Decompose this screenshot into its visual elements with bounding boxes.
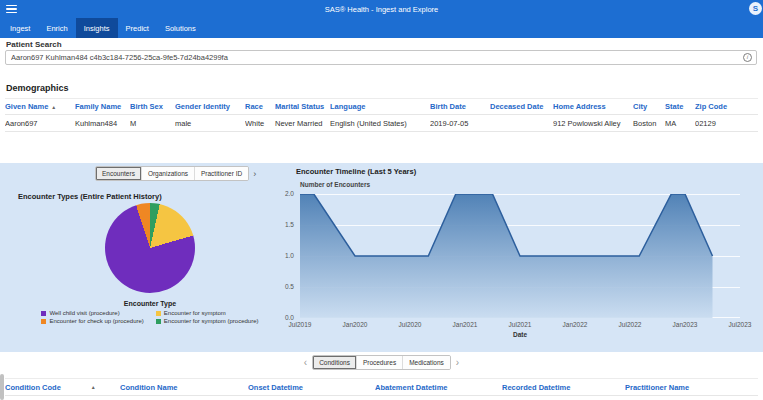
x-tick: Jan2023 [673,321,698,328]
timeline-chart [300,194,740,318]
pie-legend: Encounter Type Well child visit (procedu… [5,300,295,324]
nav-tab-enrich[interactable]: Enrich [38,18,75,38]
tab-conditions[interactable]: Conditions [313,356,357,369]
column-header-abatement-datetime[interactable]: Abatement Datetime [375,383,502,392]
cell-birth-date: 2019-07-05 [430,119,490,128]
x-tick: Jul2022 [619,321,642,328]
column-header-recorded-datetime[interactable]: Recorded Datetime [502,383,625,392]
x-tick: Jul2023 [729,321,752,328]
cell-marital-status: Never Married [275,119,330,128]
demographics-header-row: Given Name▲ Family Name Birth Sex Gender… [5,98,758,115]
timeline-y-ticks: 2.0 1.5 1.0 0.5 0.0 [270,190,296,320]
legend-swatch [41,311,46,316]
column-header-zip-code[interactable]: Zip Code [695,102,753,111]
legend-item-encounter-symptom-procedure: Encounter for symptom (procedure) [156,318,259,324]
nav-tab-ingest[interactable]: Ingest [2,18,38,38]
timeline-x-ticks: Jul2019 Jan2020 Jul2020 Jan2021 Jul2021 … [300,321,740,331]
sort-asc-icon: ▲ [91,384,96,390]
pie-chart[interactable] [105,203,195,293]
column-header-condition-code[interactable]: Condition Code▲ [5,383,120,392]
app-window: SAS® Health - Ingest and Explore S Inges… [0,0,763,400]
y-tick: 2.0 [285,190,294,197]
timeline-chart-title: Encounter Timeline (Last 5 Years) [296,167,416,176]
demographics-row[interactable]: Aaron697 Kuhlman484 M male White Never M… [5,115,758,132]
column-header-family-name[interactable]: Family Name [75,102,130,111]
x-tick: Jul2020 [399,321,422,328]
tab-practitioner-id[interactable]: Practitioner ID [195,167,248,180]
main-nav: Ingest Enrich Insights Predict Solutions [0,18,763,38]
x-tick: Jan2020 [343,321,368,328]
cell-state: MA [665,119,695,128]
demographics-heading: Demographics [6,83,69,93]
titlebar: SAS® Health - Ingest and Explore S [0,0,763,18]
x-tick: Jan2021 [453,321,478,328]
column-header-language[interactable]: Language [330,102,430,111]
y-tick: 1.0 [285,252,294,259]
legend-item-encounter-symptom: Encounter for symptom [156,310,259,316]
vertical-scrollbar[interactable] [0,374,4,400]
tab-procedures[interactable]: Procedures [357,356,403,369]
y-tick: 0.0 [285,314,294,321]
legend-swatch [156,319,161,324]
patient-search-input[interactable] [5,50,757,65]
cell-zip-code: 02129 [695,119,753,128]
records-header-row: Condition Code▲ Condition Name Onset Dat… [5,378,758,396]
cell-language: English (United States) [330,119,430,128]
column-header-state[interactable]: State [665,102,695,111]
cell-birth-sex: M [130,119,175,128]
cell-race: White [245,119,275,128]
records-tabs: ‹ Conditions Procedures Medications › [0,355,763,370]
cell-family-name: Kuhlman484 [75,119,130,128]
column-header-birth-date[interactable]: Birth Date [430,102,490,111]
records-tabs-prev-icon[interactable]: ‹ [304,358,307,368]
sort-asc-icon: ▲ [51,104,56,110]
legend-item-encounter-checkup: Encounter for check up (procedure) [41,318,143,324]
info-icon[interactable]: i [743,53,752,62]
tab-organizations[interactable]: Organizations [142,167,195,180]
x-tick: Jul2021 [509,321,532,328]
nav-tab-solutions[interactable]: Solutions [157,18,204,38]
column-header-birth-sex[interactable]: Birth Sex [130,102,175,111]
cell-given-name: Aaron697 [5,119,75,128]
y-tick: 1.5 [285,221,294,228]
tab-medications[interactable]: Medications [403,356,450,369]
tab-encounters[interactable]: Encounters [96,167,142,180]
column-header-race[interactable]: Race [245,102,275,111]
column-header-home-address[interactable]: Home Address [553,102,633,111]
column-header-given-name[interactable]: Given Name▲ [5,102,75,111]
encounter-tabs: Encounters Organizations Practitioner ID… [95,166,256,181]
records-tabs-next-icon[interactable]: › [456,358,459,368]
user-avatar[interactable]: S [749,2,762,15]
column-header-condition-name[interactable]: Condition Name [120,383,248,392]
legend-title: Encounter Type [5,300,295,307]
app-title: SAS® Health - Ingest and Explore [0,5,763,14]
pie-chart-title: Encounter Types (Entire Patient History) [18,192,162,201]
timeline-x-axis-label: Date [300,331,740,338]
column-header-gender-identity[interactable]: Gender Identity [175,102,245,111]
y-tick: 0.5 [285,283,294,290]
nav-tab-insights[interactable]: Insights [76,18,118,38]
patient-search-label: Patient Search [6,40,62,49]
cell-city: Boston [633,119,665,128]
column-header-city[interactable]: City [633,102,665,111]
tabs-overflow-icon[interactable]: › [253,169,256,179]
column-header-deceased-date[interactable]: Deceased Date [490,102,553,111]
x-tick: Jul2019 [289,321,312,328]
timeline-y-axis-label: Number of Encounters [300,181,370,188]
cell-home-address: 912 Powlowski Alley [553,119,633,128]
legend-swatch [41,319,46,324]
column-header-onset-datetime[interactable]: Onset Datetime [248,383,375,392]
legend-item-well-child-visit: Well child visit (procedure) [41,310,143,316]
legend-swatch [156,311,161,316]
cell-gender-identity: male [175,119,245,128]
column-header-practitioner-name[interactable]: Practitioner Name [625,383,758,392]
column-header-marital-status[interactable]: Marital Status [275,102,330,111]
x-tick: Jan2022 [563,321,588,328]
nav-tab-predict[interactable]: Predict [118,18,157,38]
